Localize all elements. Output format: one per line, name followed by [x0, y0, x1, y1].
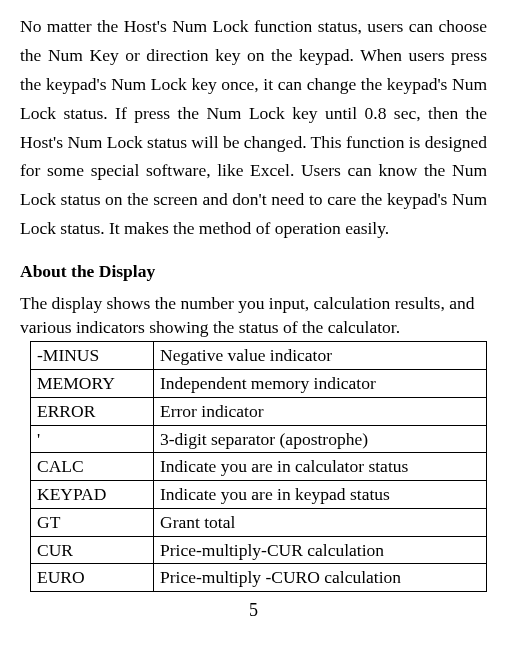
indicator-desc: Indicate you are in keypad status	[154, 481, 487, 509]
indicator-key: '	[31, 425, 154, 453]
page-number: 5	[20, 600, 487, 621]
indicator-desc: Grant total	[154, 508, 487, 536]
table-row: EURO Price-multiply -CURO calculation	[31, 564, 487, 592]
indicator-key: EURO	[31, 564, 154, 592]
indicator-desc: Indicate you are in calculator status	[154, 453, 487, 481]
table-row: CALC Indicate you are in calculator stat…	[31, 453, 487, 481]
indicator-key: KEYPAD	[31, 481, 154, 509]
document-page: No matter the Host's Num Lock function s…	[0, 0, 507, 621]
indicator-desc: Error indicator	[154, 397, 487, 425]
table-row: CUR Price-multiply-CUR calculation	[31, 536, 487, 564]
table-row: GT Grant total	[31, 508, 487, 536]
indicator-desc: Price-multiply -CURO calculation	[154, 564, 487, 592]
table-row: -MINUS Negative value indicator	[31, 342, 487, 370]
indicator-key: CUR	[31, 536, 154, 564]
indicator-key: MEMORY	[31, 370, 154, 398]
indicator-desc: Negative value indicator	[154, 342, 487, 370]
display-indicator-table: -MINUS Negative value indicator MEMORY I…	[30, 341, 487, 592]
indicator-desc: Price-multiply-CUR calculation	[154, 536, 487, 564]
table-row: ERROR Error indicator	[31, 397, 487, 425]
indicator-key: GT	[31, 508, 154, 536]
display-intro: The display shows the number you input, …	[20, 292, 487, 339]
section-heading: About the Display	[20, 261, 487, 282]
indicator-desc: 3-digit separator (apostrophe)	[154, 425, 487, 453]
indicator-key: CALC	[31, 453, 154, 481]
table-row: ' 3-digit separator (apostrophe)	[31, 425, 487, 453]
indicator-desc: Independent memory indicator	[154, 370, 487, 398]
table-row: MEMORY Independent memory indicator	[31, 370, 487, 398]
table-row: KEYPAD Indicate you are in keypad status	[31, 481, 487, 509]
indicator-key: -MINUS	[31, 342, 154, 370]
body-paragraph: No matter the Host's Num Lock function s…	[20, 12, 487, 243]
indicator-key: ERROR	[31, 397, 154, 425]
